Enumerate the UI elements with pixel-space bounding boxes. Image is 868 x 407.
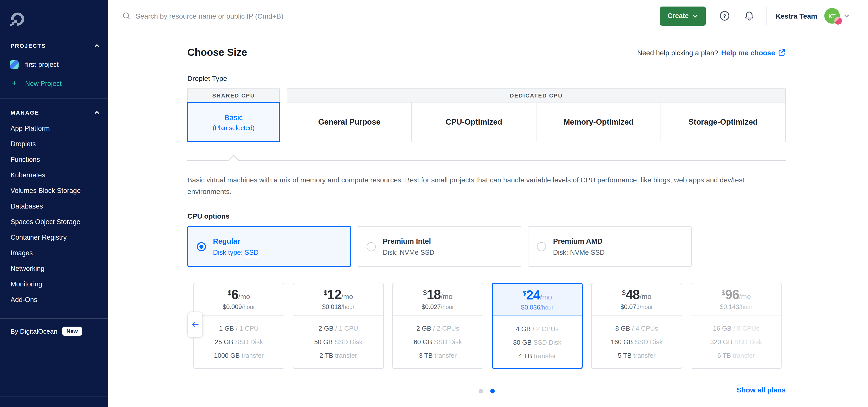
ram-cpu-spec: 2 GB / 2 CPUs bbox=[416, 321, 459, 335]
per-hour-suffix: /hour bbox=[640, 304, 653, 310]
tab-cpu-optimized[interactable]: CPU-Optimized bbox=[411, 102, 536, 142]
help-me-choose-link[interactable]: Help me choose bbox=[721, 49, 786, 57]
droplet-type-label: Droplet Type bbox=[187, 74, 786, 83]
title-row: Choose Size Need help picking a plan? He… bbox=[187, 47, 786, 58]
sidebar-item-networking[interactable]: Networking bbox=[0, 261, 108, 276]
shared-cpu-header: SHARED CPU bbox=[187, 88, 280, 102]
account-menu-button[interactable] bbox=[843, 12, 850, 19]
plan-card-24-mo[interactable]: $24/mo$0.036/hour4 GB / 2 CPUs80 GB SSD … bbox=[492, 283, 583, 369]
ram-cpu-spec: 4 GB / 2 CPUs bbox=[516, 322, 559, 336]
plan-card-48-mo[interactable]: $48/mo$0.071/hour8 GB / 4 CPUs160 GB SSD… bbox=[591, 283, 682, 369]
disk-prefix: Disk type: bbox=[213, 248, 245, 256]
plan-card-12-mo[interactable]: $12/mo$0.018/hour2 GB / 1 CPU50 GB SSD D… bbox=[293, 283, 384, 369]
notifications-button[interactable] bbox=[743, 10, 755, 22]
sidebar-item-volumes-block-storage[interactable]: Volumes Block Storage bbox=[0, 183, 108, 198]
plan-specs: 16 GB / 8 CPUs320 GB SSD Disk6 TB transf… bbox=[691, 316, 781, 362]
spec-strong: 60 GB bbox=[414, 338, 432, 346]
hourly-value: $0.143 bbox=[720, 304, 739, 311]
team-avatar[interactable]: KT bbox=[824, 8, 840, 24]
basic-tab-label: Basic bbox=[224, 113, 243, 121]
main-column: Create ? Kestra Team KT bbox=[108, 0, 868, 407]
sidebar-item-images[interactable]: Images bbox=[0, 245, 108, 261]
carousel-prev-button[interactable] bbox=[187, 312, 203, 338]
tab-storage-optimized[interactable]: Storage-Optimized bbox=[660, 102, 785, 142]
sidebar-menu: App PlatformDropletsFunctionsKubernetesV… bbox=[0, 121, 108, 308]
sidebar-item-add-ons[interactable]: Add-Ons bbox=[0, 292, 108, 308]
spec-light: / 1 CPU bbox=[334, 324, 358, 332]
cpu-option-info: Premium AMDDisk: NVMe SSD bbox=[553, 237, 605, 256]
spec-strong: 80 GB bbox=[513, 339, 532, 346]
spec-strong: 6 TB bbox=[717, 352, 731, 359]
sidebar-item-spaces-object-storage[interactable]: Spaces Object Storage bbox=[0, 214, 108, 230]
plan-selected-label: (Plan selected) bbox=[213, 124, 255, 131]
cpu-option-subtitle: Disk: NVMe SSD bbox=[383, 248, 434, 256]
plan-price-area: $18/mo$0.027/hour bbox=[393, 283, 483, 316]
spec-light: / 4 CPUs bbox=[630, 324, 658, 332]
price-line: $48/mo bbox=[622, 288, 651, 301]
spec-strong: 4 TB bbox=[518, 352, 532, 360]
project-name: first-project bbox=[25, 61, 59, 68]
spec-light: SSD Disk bbox=[233, 338, 263, 346]
currency-symbol: $ bbox=[523, 290, 526, 296]
spec-strong: 25 GB bbox=[215, 338, 233, 346]
cpu-option-regular[interactable]: RegularDisk type: SSD bbox=[187, 226, 351, 267]
new-project-button[interactable]: + New Project bbox=[0, 80, 108, 87]
carousel-dot-1[interactable] bbox=[478, 389, 483, 393]
team-name[interactable]: Kestra Team bbox=[776, 12, 817, 20]
tab-general-purpose[interactable]: General Purpose bbox=[287, 102, 411, 142]
per-month-suffix: /mo bbox=[540, 293, 552, 301]
app-root: PROJECTS first-project + New Project MAN… bbox=[0, 0, 868, 407]
plan-card-18-mo[interactable]: $18/mo$0.027/hour2 GB / 2 CPUs60 GB SSD … bbox=[392, 283, 483, 369]
cpu-option-premium-amd[interactable]: Premium AMDDisk: NVMe SSD bbox=[528, 226, 692, 267]
ram-cpu-spec: 8 GB / 4 CPUs bbox=[615, 321, 658, 335]
spec-strong: 50 GB bbox=[314, 338, 333, 346]
search-input[interactable] bbox=[135, 11, 348, 20]
cpu-option-premium-intel[interactable]: Premium IntelDisk: NVMe SSD bbox=[358, 226, 521, 267]
price-per-hour: $0.027/hour bbox=[422, 304, 454, 311]
sidebar-footer: By DigitalOcean New bbox=[0, 326, 108, 336]
plan-card-6-mo[interactable]: $6/mo$0.009/hour1 GB / 1 CPU25 GB SSD Di… bbox=[193, 283, 284, 369]
spec-light: transfer bbox=[433, 352, 457, 359]
manage-section-header[interactable]: MANAGE bbox=[0, 109, 108, 116]
spec-strong: 1000 GB bbox=[214, 352, 240, 359]
plans-carousel: $6/mo$0.009/hour1 GB / 1 CPU25 GB SSD Di… bbox=[187, 283, 786, 369]
spec-strong: 3 TB bbox=[419, 352, 433, 359]
tab-basic-selected[interactable]: Basic (Plan selected) bbox=[187, 102, 280, 142]
currency-symbol: $ bbox=[227, 289, 231, 296]
spec-strong: 16 GB bbox=[713, 324, 732, 332]
disk-type-term: NVMe SSD bbox=[570, 248, 605, 257]
cpu-options-row: RegularDisk type: SSDPremium IntelDisk: … bbox=[187, 226, 786, 267]
new-project-label: New Project bbox=[25, 80, 62, 87]
sidebar-item-droplets[interactable]: Droplets bbox=[0, 136, 108, 152]
spec-strong: 320 GB bbox=[710, 338, 733, 346]
cpu-option-subtitle: Disk: NVMe SSD bbox=[553, 248, 605, 256]
sidebar-item-functions[interactable]: Functions bbox=[0, 152, 108, 167]
digitalocean-logo[interactable] bbox=[0, 0, 108, 31]
plan-card-96-mo[interactable]: $96/mo$0.143/hour16 GB / 8 CPUs320 GB SS… bbox=[691, 283, 782, 369]
sidebar-item-first-project[interactable]: first-project bbox=[0, 60, 108, 69]
carousel-dot-2-active[interactable] bbox=[490, 389, 495, 393]
sidebar-item-container-registry[interactable]: Container Registry bbox=[0, 230, 108, 245]
help-button[interactable]: ? bbox=[719, 10, 731, 22]
create-button[interactable]: Create bbox=[660, 6, 706, 25]
show-all-plans-link[interactable]: Show all plans bbox=[737, 386, 786, 394]
per-month-suffix: /mo bbox=[238, 293, 250, 300]
spec-light: / 2 CPUs bbox=[431, 324, 459, 332]
sidebar-item-databases[interactable]: Databases bbox=[0, 198, 108, 214]
radio-unselected-icon bbox=[367, 242, 376, 251]
spec-light: transfer bbox=[632, 352, 655, 359]
spec-light: SSD Disk bbox=[333, 338, 363, 346]
svg-text:?: ? bbox=[723, 13, 726, 19]
tab-memory-optimized[interactable]: Memory-Optimized bbox=[536, 102, 660, 142]
radio-unselected-icon bbox=[537, 242, 546, 251]
sidebar-item-app-platform[interactable]: App Platform bbox=[0, 121, 108, 136]
chevron-up-icon bbox=[94, 109, 100, 116]
dedicated-cpu-group: DEDICATED CPU General PurposeCPU-Optimiz… bbox=[287, 88, 786, 142]
transfer-spec: 5 TB transfer bbox=[618, 349, 655, 362]
sidebar-item-kubernetes[interactable]: Kubernetes bbox=[0, 167, 108, 183]
sidebar-item-monitoring[interactable]: Monitoring bbox=[0, 276, 108, 292]
section-divider-with-notch bbox=[187, 160, 786, 161]
chevron-down-icon bbox=[843, 12, 850, 19]
projects-section-header[interactable]: PROJECTS bbox=[0, 43, 108, 49]
plan-specs: 8 GB / 4 CPUs160 GB SSD Disk5 TB transfe… bbox=[592, 316, 682, 362]
